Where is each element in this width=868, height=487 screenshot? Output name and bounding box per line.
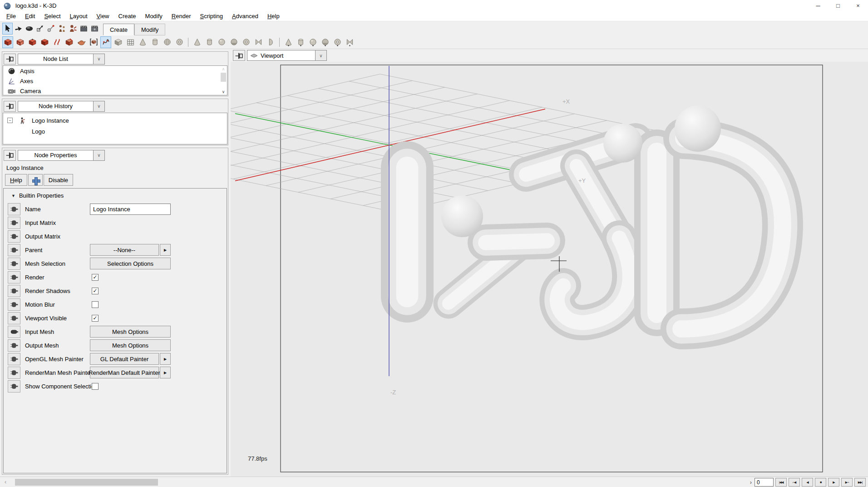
create-sphere-icon[interactable] xyxy=(162,36,173,48)
collapse-expander[interactable]: − xyxy=(7,118,13,123)
node-history-dropdown[interactable]: Node History ∨ xyxy=(18,101,105,112)
property-button[interactable]: Mesh Options xyxy=(90,326,171,338)
timeline-expand-icon[interactable]: › xyxy=(750,479,752,486)
snap-tool-icon[interactable] xyxy=(46,23,56,35)
scale-tool-icon[interactable] xyxy=(35,23,45,35)
maximize-button[interactable]: □ xyxy=(828,0,848,11)
rotate-tool-icon[interactable] xyxy=(24,23,35,35)
go-start-button[interactable]: |◀◀ xyxy=(775,478,787,487)
create-quadric-hyperboloid-icon[interactable] xyxy=(253,36,264,48)
menu-select[interactable]: Select xyxy=(39,12,65,20)
minimize-button[interactable]: ─ xyxy=(808,0,828,11)
hscroll-left-icon[interactable]: ‹ xyxy=(5,478,6,485)
viewport-canvas[interactable]: +X+Y-Z 77.8fps xyxy=(231,62,868,477)
create-quadric-cylinder-icon[interactable] xyxy=(204,36,215,48)
create-bounded-mesh-icon[interactable] xyxy=(88,36,99,48)
create-quadric-paraboloid-icon[interactable] xyxy=(265,36,276,48)
create-polycube-faces-icon[interactable] xyxy=(15,36,25,48)
create-bicubic-cone-icon[interactable] xyxy=(283,36,294,48)
plug-icon[interactable] xyxy=(8,285,20,297)
chevron-down-icon[interactable]: ∨ xyxy=(93,54,104,64)
plug-icon[interactable] xyxy=(8,271,20,283)
menu-layout[interactable]: Layout xyxy=(65,12,92,20)
create-torus-icon[interactable] xyxy=(174,36,185,48)
node-list-dropdown[interactable]: Node List ∨ xyxy=(18,54,105,65)
create-bicubic-cylinder-icon[interactable] xyxy=(295,36,306,48)
plug-icon[interactable] xyxy=(8,312,20,324)
menu-create[interactable]: Create xyxy=(114,12,141,20)
property-button[interactable]: Mesh Options xyxy=(90,339,171,351)
menu-advanced[interactable]: Advanced xyxy=(227,12,263,20)
list-item-camera[interactable]: Camera xyxy=(3,86,227,95)
chevron-down-icon[interactable]: ∨ xyxy=(93,150,104,160)
plug-icon[interactable] xyxy=(8,203,20,215)
render-preview-icon[interactable] xyxy=(79,23,89,35)
plug-icon[interactable] xyxy=(8,258,20,270)
create-polycube-marked-icon[interactable] xyxy=(27,36,38,48)
parent-tool-icon[interactable] xyxy=(57,23,67,35)
plug-icon[interactable] xyxy=(8,326,20,338)
list-item-aqsis[interactable]: Aqsis xyxy=(3,66,227,76)
create-cone-icon[interactable] xyxy=(137,36,148,48)
add-property-button[interactable] xyxy=(28,174,43,186)
frame-input[interactable] xyxy=(755,478,774,487)
property-menu-button[interactable]: GL Default Painter xyxy=(90,353,159,365)
create-teapot-icon[interactable] xyxy=(76,36,87,48)
create-polycube-solid-icon[interactable] xyxy=(39,36,50,48)
menu-file[interactable]: File xyxy=(2,12,20,20)
move-tool-icon[interactable] xyxy=(13,23,24,35)
menu-help[interactable]: Help xyxy=(263,12,284,20)
create-quadric-shaded-sphere-icon[interactable] xyxy=(228,36,239,48)
tab-modify[interactable]: Modify xyxy=(134,24,165,35)
property-menu-button[interactable]: RenderMan Default Painter xyxy=(90,367,159,378)
create-cube-icon[interactable] xyxy=(113,36,123,48)
hscroll-thumb[interactable] xyxy=(15,479,158,486)
create-grid-icon[interactable] xyxy=(125,36,136,48)
property-button[interactable]: Selection Options xyxy=(90,258,171,269)
list-item-axes[interactable]: Axes xyxy=(3,76,227,86)
menu-view[interactable]: View xyxy=(92,12,114,20)
tree-label[interactable]: Logo xyxy=(32,128,45,135)
create-quadric-cone-icon[interactable] xyxy=(192,36,202,48)
chevron-down-icon[interactable]: ∨ xyxy=(315,50,326,60)
checkbox[interactable]: ✓ xyxy=(92,274,99,281)
property-menu-button[interactable]: --None-- xyxy=(90,244,159,256)
menu-arrow-icon[interactable]: ▶ xyxy=(160,367,171,378)
create-cylinder-icon[interactable] xyxy=(149,36,160,48)
create-quadric-disk-icon[interactable] xyxy=(241,36,252,48)
close-button[interactable]: × xyxy=(848,0,868,11)
create-polyhedron-icon[interactable] xyxy=(64,36,74,48)
tree-label[interactable]: Logo Instance xyxy=(32,117,69,124)
menu-modify[interactable]: Modify xyxy=(141,12,167,20)
scroll-thumb[interactable] xyxy=(221,73,226,82)
help-button[interactable]: Help xyxy=(5,174,27,186)
menu-scripting[interactable]: Scripting xyxy=(195,12,227,20)
create-bicubic-sphere-icon[interactable] xyxy=(307,36,318,48)
property-input-name[interactable] xyxy=(90,204,171,215)
node-properties-dropdown[interactable]: Node Properties ∨ xyxy=(18,150,105,161)
tree-row-logo[interactable]: Logo xyxy=(3,126,227,137)
create-quadric-sphere-icon[interactable] xyxy=(216,36,227,48)
section-builtin-properties[interactable]: ▼ Builtin Properties xyxy=(4,191,227,202)
create-polycube-icon[interactable] xyxy=(2,36,13,48)
tab-create[interactable]: Create xyxy=(103,24,134,35)
scroll-down-icon[interactable]: ∨ xyxy=(222,89,225,94)
menu-edit[interactable]: Edit xyxy=(20,12,39,20)
pin-icon[interactable] xyxy=(233,50,245,61)
create-bicubic-sphere2-icon[interactable] xyxy=(320,36,330,48)
pin-icon[interactable] xyxy=(4,54,16,65)
select-tool-icon[interactable] xyxy=(2,23,13,35)
viewport-dropdown[interactable]: Viewport ∨ xyxy=(247,50,327,61)
render-frame-icon[interactable] xyxy=(89,23,100,35)
create-bicubic-torus-icon[interactable] xyxy=(332,36,343,48)
disable-button[interactable]: Disable xyxy=(44,174,73,186)
menu-arrow-icon[interactable]: ▶ xyxy=(160,353,171,365)
plug-icon[interactable] xyxy=(8,230,20,243)
create-nurbs-curve-icon[interactable] xyxy=(100,36,111,48)
menu-render[interactable]: Render xyxy=(167,12,196,20)
play-reverse-button[interactable]: ◀ xyxy=(802,478,813,487)
checkbox[interactable]: ✓ xyxy=(92,315,99,322)
create-curve-icon[interactable] xyxy=(51,36,62,48)
unparent-tool-icon[interactable] xyxy=(68,23,78,35)
plug-icon[interactable] xyxy=(8,217,20,229)
